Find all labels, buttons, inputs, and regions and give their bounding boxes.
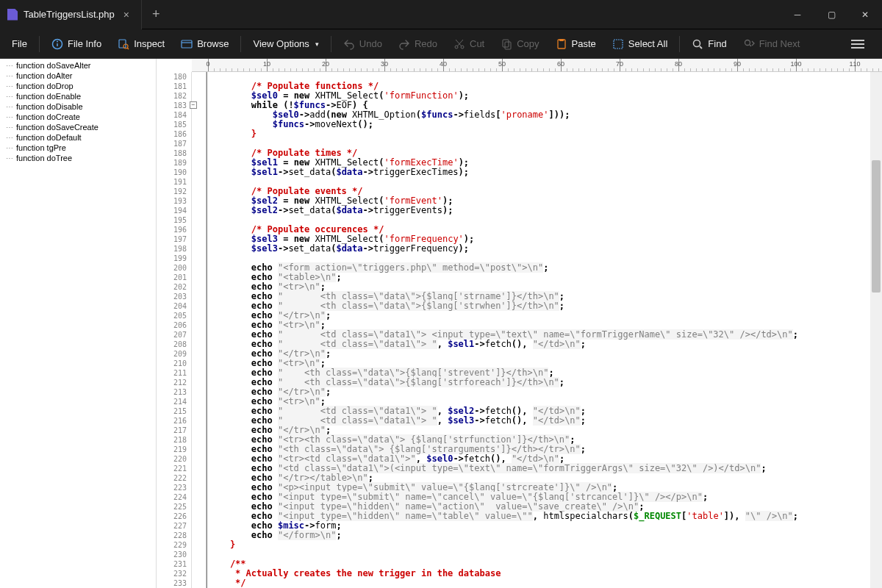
redo-icon bbox=[398, 38, 410, 50]
svg-line-20 bbox=[750, 45, 751, 46]
svg-rect-16 bbox=[614, 40, 623, 49]
svg-rect-6 bbox=[182, 40, 192, 48]
more-menu[interactable] bbox=[845, 32, 870, 57]
outline-item[interactable]: ⋯function doAlter bbox=[0, 71, 156, 81]
scrollbar-thumb[interactable] bbox=[872, 160, 881, 293]
cut-icon bbox=[453, 38, 465, 50]
code-area[interactable]: 180181182183−184185186187188189190191192… bbox=[157, 72, 882, 588]
select-all-button[interactable]: Select All bbox=[605, 34, 675, 54]
svg-rect-13 bbox=[505, 42, 511, 49]
toolbar: File File Info Inspect Browse View Optio… bbox=[0, 29, 882, 59]
browse-button[interactable]: Browse bbox=[173, 34, 236, 54]
svg-line-18 bbox=[700, 46, 702, 49]
maximize-button[interactable]: ▢ bbox=[814, 0, 848, 29]
svg-rect-12 bbox=[503, 40, 509, 47]
close-window-button[interactable]: ✕ bbox=[848, 0, 882, 29]
undo-icon bbox=[343, 38, 355, 50]
svg-rect-15 bbox=[559, 39, 564, 41]
info-icon bbox=[51, 38, 63, 50]
code-text[interactable]: /* Populate functions */ $sel0 = new XHT… bbox=[207, 72, 882, 588]
fold-margin bbox=[192, 72, 207, 588]
titlebar: TableTriggersList.php × + ─ ▢ ✕ bbox=[0, 0, 882, 29]
new-tab-button[interactable]: + bbox=[142, 7, 171, 22]
line-number-gutter: 180181182183−184185186187188189190191192… bbox=[157, 72, 192, 588]
file-menu[interactable]: File bbox=[4, 34, 35, 54]
svg-point-17 bbox=[694, 40, 700, 46]
ruler: 0102030405060708090100110120 bbox=[192, 59, 882, 72]
outline-item[interactable]: ⋯function doEnable bbox=[0, 91, 156, 101]
chevron-down-icon: ▾ bbox=[315, 40, 319, 48]
redo-button[interactable]: Redo bbox=[391, 34, 445, 54]
file-icon bbox=[7, 9, 18, 21]
minimize-button[interactable]: ─ bbox=[781, 0, 814, 29]
find-button[interactable]: Find bbox=[684, 34, 734, 54]
select-all-icon bbox=[612, 38, 624, 50]
file-tab[interactable]: TableTriggersList.php × bbox=[0, 0, 142, 29]
search-icon bbox=[692, 38, 703, 50]
svg-line-5 bbox=[127, 48, 129, 49]
outline-item[interactable]: ⋯function doSaveCreate bbox=[0, 122, 156, 132]
fold-toggle[interactable]: − bbox=[190, 101, 197, 109]
tab-title: TableTriggersList.php bbox=[24, 9, 115, 20]
inspect-icon bbox=[118, 38, 129, 50]
editor: 0102030405060708090100110120 18018118218… bbox=[157, 59, 882, 588]
svg-point-2 bbox=[57, 40, 58, 42]
window-controls: ─ ▢ ✕ bbox=[781, 0, 882, 29]
copy-icon bbox=[501, 38, 512, 50]
outline-sidebar[interactable]: ⋯function doSaveAlter⋯function doAlter⋯f… bbox=[0, 59, 157, 588]
outline-item[interactable]: ⋯function doDisable bbox=[0, 101, 156, 112]
paste-button[interactable]: Paste bbox=[548, 34, 603, 54]
svg-rect-3 bbox=[119, 40, 126, 48]
inspect-button[interactable]: Inspect bbox=[110, 34, 172, 54]
undo-button[interactable]: Undo bbox=[336, 34, 390, 54]
content-area: ⋯function doSaveAlter⋯function doAlter⋯f… bbox=[0, 59, 882, 588]
find-next-button[interactable]: Find Next bbox=[736, 34, 808, 54]
outline-item[interactable]: ⋯function doTree bbox=[0, 153, 156, 163]
browse-icon bbox=[181, 38, 193, 50]
outline-item[interactable]: ⋯function doDefault bbox=[0, 132, 156, 143]
outline-item[interactable]: ⋯function doSaveAlter bbox=[0, 60, 156, 71]
vertical-scrollbar[interactable] bbox=[870, 72, 882, 588]
file-info-button[interactable]: File Info bbox=[44, 34, 109, 54]
outline-item[interactable]: ⋯function doDrop bbox=[0, 81, 156, 91]
outline-item[interactable]: ⋯function tgPre bbox=[0, 143, 156, 153]
copy-button[interactable]: Copy bbox=[493, 34, 546, 54]
view-options-menu[interactable]: View Options▾ bbox=[245, 34, 326, 54]
paste-icon bbox=[556, 38, 567, 50]
cut-button[interactable]: Cut bbox=[446, 34, 492, 54]
find-next-icon bbox=[743, 38, 755, 50]
outline-item[interactable]: ⋯function doCreate bbox=[0, 112, 156, 122]
svg-point-19 bbox=[745, 40, 750, 45]
close-tab-icon[interactable]: × bbox=[121, 9, 132, 21]
